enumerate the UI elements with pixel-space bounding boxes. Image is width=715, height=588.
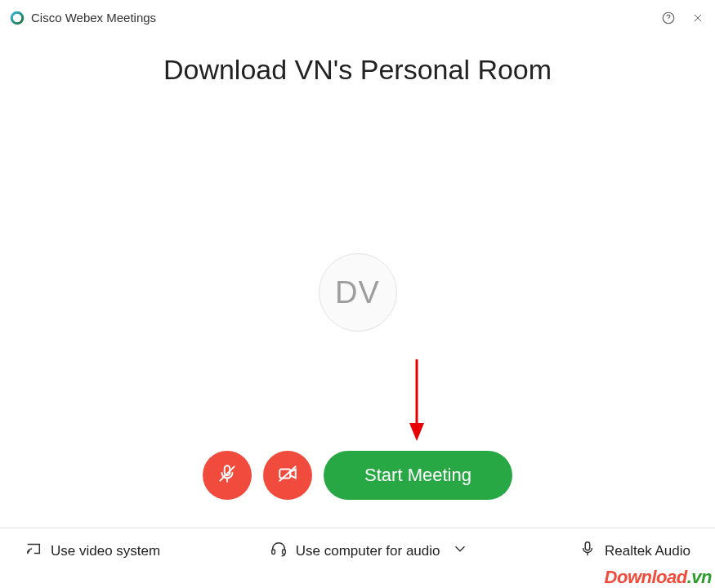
- svg-point-2: [668, 20, 669, 21]
- avatar: DV: [319, 253, 397, 332]
- microphone-muted-icon: [217, 463, 238, 488]
- audio-device-label: Realtek Audio: [605, 543, 690, 559]
- room-title: Download VN's Personal Room: [0, 54, 715, 86]
- headset-icon: [270, 540, 288, 562]
- svg-point-13: [27, 552, 28, 553]
- cast-screen-icon: [25, 540, 42, 562]
- audio-mode-button[interactable]: Use computer for audio: [270, 540, 470, 562]
- titlebar: Cisco Webex Meetings: [0, 0, 715, 36]
- svg-marker-6: [409, 423, 424, 441]
- svg-rect-14: [272, 550, 275, 555]
- webex-logo-icon: [10, 11, 25, 25]
- app-title: Cisco Webex Meetings: [31, 11, 156, 24]
- help-icon[interactable]: [661, 11, 676, 25]
- video-system-label: Use video system: [51, 543, 160, 559]
- svg-rect-15: [282, 550, 285, 555]
- use-video-system-button[interactable]: Use video system: [25, 540, 160, 562]
- audio-mode-label: Use computer for audio: [296, 543, 440, 559]
- bottom-bar: Use video system Use computer for audio: [0, 528, 715, 573]
- titlebar-left: Cisco Webex Meetings: [10, 11, 156, 25]
- audio-device-button[interactable]: Realtek Audio: [579, 540, 690, 562]
- titlebar-right: [661, 11, 705, 25]
- close-icon[interactable]: [690, 11, 705, 25]
- svg-rect-16: [585, 542, 590, 550]
- chevron-down-icon: [451, 540, 469, 562]
- control-row: Start Meeting: [0, 451, 715, 500]
- svg-point-0: [11, 12, 23, 24]
- start-meeting-label: Start Meeting: [364, 465, 471, 486]
- annotation-arrow-icon: [407, 359, 427, 444]
- start-meeting-button[interactable]: Start Meeting: [324, 451, 512, 500]
- avatar-initials: DV: [335, 275, 380, 310]
- microphone-icon: [579, 540, 597, 562]
- avatar-area: DV: [0, 253, 715, 332]
- mute-video-button[interactable]: [263, 451, 312, 500]
- camera-muted-icon: [277, 463, 298, 488]
- mute-audio-button[interactable]: [203, 451, 252, 500]
